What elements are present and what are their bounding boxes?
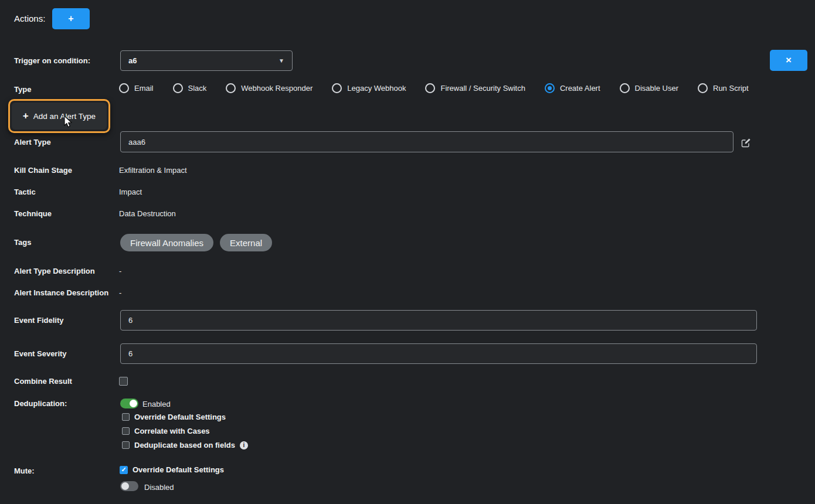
radio-run-script[interactable]: Run Script — [698, 83, 749, 93]
event-fidelity-label: Event Fidelity — [14, 316, 64, 325]
radio-circle-icon — [620, 83, 630, 93]
kill-chain-stage-label: Kill Chain Stage — [14, 166, 72, 175]
alert-instance-description-value: - — [119, 288, 121, 297]
radio-label: Slack — [188, 84, 207, 93]
radio-circle-icon — [119, 83, 129, 93]
dedup-option-override-default-settings: Override Default Settings — [122, 413, 226, 421]
mute-override-row: Override Default Settings — [120, 465, 224, 474]
technique-label: Technique — [14, 209, 52, 218]
radio-legacy-webhook[interactable]: Legacy Webhook — [332, 83, 406, 93]
radio-label: Webhook Responder — [241, 84, 313, 93]
kill-chain-stage-value: Exfiltration & Impact — [119, 166, 187, 175]
trigger-condition-label: Trigger on condition: — [14, 56, 90, 65]
toggle-knob — [121, 482, 129, 490]
remove-action-button[interactable]: × — [770, 50, 807, 71]
add-action-button[interactable]: + — [52, 8, 90, 29]
alert-type-description-value: - — [119, 267, 121, 275]
close-icon: × — [786, 55, 792, 66]
mute-toggle[interactable] — [120, 481, 138, 491]
mute-label: Mute: — [14, 466, 35, 475]
tactic-value: Impact — [119, 188, 142, 196]
trigger-condition-value: a6 — [128, 56, 137, 65]
actions-label: Actions: — [14, 13, 45, 23]
mouse-cursor-icon — [63, 115, 73, 128]
event-severity-label: Event Severity — [14, 349, 67, 358]
radio-label: Disable User — [635, 84, 678, 93]
radio-label: Create Alert — [560, 84, 600, 93]
add-alert-type-highlight: + Add an Alert Type — [8, 99, 110, 133]
toggle-knob — [130, 400, 137, 407]
edit-icon[interactable] — [741, 138, 751, 148]
deduplicate-based-on-fields-label: Deduplicate based on fields — [134, 441, 235, 449]
radio-circle-icon — [226, 83, 236, 93]
tags-label: Tags — [14, 238, 31, 247]
radio-webhook-responder[interactable]: Webhook Responder — [226, 83, 313, 93]
mute-override-label: Override Default Settings — [133, 465, 224, 474]
event-severity-input[interactable] — [120, 343, 757, 364]
technique-value: Data Destruction — [119, 209, 176, 218]
radio-label: Email — [134, 84, 154, 93]
alert-type-description-label: Alert Type Description — [14, 267, 95, 275]
add-alert-type-button[interactable]: + Add an Alert Type — [12, 103, 107, 130]
tags-list: Firewall Anomalies External — [120, 234, 272, 251]
info-icon[interactable]: i — [240, 441, 248, 449]
alert-instance-description-label: Alert Instance Description — [14, 288, 108, 297]
alert-type-label: Alert Type — [14, 138, 51, 147]
plus-icon: + — [23, 110, 29, 122]
radio-disable-user[interactable]: Disable User — [620, 83, 678, 93]
type-label: Type — [14, 85, 31, 94]
dedup-option-correlate-with-cases: Correlate with Cases — [122, 427, 210, 435]
tag-pill[interactable]: Firewall Anomalies — [120, 234, 213, 251]
trigger-condition-select[interactable]: a6 ▼ — [120, 50, 293, 71]
deduplication-toggle[interactable] — [120, 399, 138, 408]
correlate-with-cases-checkbox[interactable] — [122, 427, 130, 435]
combine-result-label: Combine Result — [14, 377, 72, 386]
deduplication-toggle-label: Enabled — [142, 400, 171, 408]
radio-circle-icon — [332, 83, 342, 93]
type-radio-group: Email Slack Webhook Responder Legacy Web… — [119, 83, 749, 93]
dedup-option-deduplicate-based-on-fields: Deduplicate based on fields i — [122, 441, 248, 449]
tactic-label: Tactic — [14, 188, 36, 196]
radio-firewall-security-switch[interactable]: Firewall / Security Switch — [425, 83, 525, 93]
radio-circle-icon — [173, 83, 183, 93]
chevron-down-icon: ▼ — [279, 57, 284, 64]
deduplication-label: Deduplication: — [14, 399, 67, 408]
radio-email[interactable]: Email — [119, 83, 154, 93]
plus-icon: + — [68, 13, 73, 24]
radio-circle-icon — [698, 83, 708, 93]
tag-pill[interactable]: External — [220, 234, 272, 251]
mute-toggle-label: Disabled — [144, 483, 174, 492]
deduplicate-based-on-fields-checkbox[interactable] — [122, 441, 130, 449]
radio-label: Run Script — [713, 84, 749, 93]
radio-create-alert[interactable]: Create Alert — [545, 83, 600, 93]
alert-type-input[interactable] — [120, 131, 734, 152]
radio-label: Firewall / Security Switch — [440, 84, 525, 93]
radio-slack[interactable]: Slack — [173, 83, 207, 93]
mute-override-checkbox[interactable] — [120, 466, 128, 474]
action-config-panel: Actions: + Trigger on condition: a6 ▼ × … — [0, 0, 815, 504]
radio-label: Legacy Webhook — [347, 84, 406, 93]
radio-circle-icon — [545, 83, 555, 93]
override-default-settings-label: Override Default Settings — [134, 413, 226, 421]
override-default-settings-checkbox[interactable] — [122, 413, 130, 421]
radio-circle-icon — [425, 83, 435, 93]
event-fidelity-input[interactable] — [120, 310, 757, 331]
correlate-with-cases-label: Correlate with Cases — [134, 427, 210, 435]
combine-result-checkbox[interactable] — [119, 377, 128, 386]
